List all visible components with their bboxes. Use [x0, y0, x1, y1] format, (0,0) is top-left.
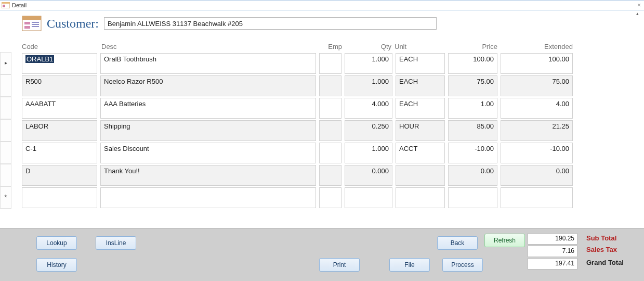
cell-ext[interactable]: 100.00 — [501, 53, 573, 74]
cell-emp[interactable] — [319, 143, 341, 163]
sales-tax-label: Sales Tax — [586, 246, 617, 253]
table-row: ORALB1 OralB Toothbrush 1.000 EACH 100.0… — [22, 53, 576, 74]
record-selector[interactable] — [0, 142, 11, 164]
cell-code[interactable]: LABOR — [22, 120, 97, 141]
line-items-grid: ORALB1 OralB Toothbrush 1.000 EACH 100.0… — [22, 53, 576, 210]
header-unit: Unit — [395, 41, 450, 55]
cell-unit[interactable]: EACH — [396, 98, 445, 119]
cell-qty[interactable]: 4.000 — [345, 98, 392, 119]
cell-emp[interactable] — [319, 75, 341, 96]
cell-price[interactable]: -10.00 — [448, 143, 497, 163]
sub-total-value[interactable]: 190.25 — [528, 233, 577, 245]
grand-total-label: Grand Total — [586, 259, 624, 266]
header-ext: Extended — [501, 41, 576, 55]
cell-qty[interactable]: 0.250 — [345, 120, 392, 141]
record-selector-new[interactable] — [0, 186, 11, 209]
cell-unit[interactable]: EACH — [396, 53, 445, 74]
window-title: Detail — [12, 2, 27, 8]
cell-desc[interactable]: AAA Batteries — [100, 98, 316, 119]
cell-code[interactable]: D — [22, 165, 97, 186]
table-row: AAABATT AAA Batteries 4.000 EACH 1.00 4.… — [22, 98, 576, 119]
print-button[interactable]: Print — [319, 258, 360, 272]
cell-code[interactable] — [22, 187, 97, 208]
cell-price[interactable] — [448, 187, 497, 208]
cell-price[interactable]: 75.00 — [448, 75, 497, 96]
cell-desc[interactable]: Shipping — [100, 120, 316, 141]
lookup-button[interactable]: Lookup — [36, 236, 77, 250]
header-emp: Emp — [319, 41, 345, 55]
record-selector[interactable] — [0, 97, 11, 119]
cell-ext[interactable]: 21.25 — [501, 120, 573, 141]
cell-qty[interactable] — [345, 187, 392, 208]
record-selector[interactable] — [0, 119, 11, 142]
svg-rect-2 — [3, 5, 5, 6]
cell-unit[interactable]: EACH — [396, 75, 445, 96]
cell-code[interactable]: R500 — [22, 75, 97, 96]
form-icon — [2, 2, 10, 9]
svg-rect-5 — [22, 16, 41, 20]
cell-ext[interactable] — [501, 187, 573, 208]
cell-qty[interactable]: 1.000 — [345, 143, 392, 163]
cell-ext[interactable]: 75.00 — [501, 75, 573, 96]
svg-rect-6 — [24, 22, 30, 24]
cell-emp[interactable] — [319, 165, 341, 186]
cell-ext[interactable]: -10.00 — [501, 143, 573, 163]
customer-input[interactable] — [104, 17, 437, 30]
table-row-new — [22, 187, 576, 208]
process-button[interactable]: Process — [442, 258, 483, 272]
cell-desc[interactable]: Sales Discount — [100, 143, 316, 163]
cell-code[interactable]: C-1 — [22, 143, 97, 163]
cell-emp[interactable] — [319, 98, 341, 119]
cell-desc[interactable] — [100, 187, 316, 208]
cell-unit[interactable] — [396, 165, 445, 186]
cell-qty[interactable]: 1.000 — [345, 75, 392, 96]
grand-total-value[interactable]: 197.41 — [528, 258, 577, 270]
header-code: Code — [22, 41, 101, 55]
svg-rect-10 — [32, 26, 39, 27]
cell-code[interactable]: ORALB1 — [22, 53, 97, 74]
cell-qty[interactable]: 0.000 — [345, 165, 392, 186]
grid-headers: Code Desc Emp Qty Unit Price Extended — [22, 41, 576, 55]
svg-rect-3 — [3, 6, 5, 7]
vertical-scrollbar[interactable]: ▴ — [634, 10, 642, 227]
cell-price[interactable]: 1.00 — [448, 98, 497, 119]
file-button[interactable]: File — [389, 258, 430, 272]
cell-desc[interactable]: Noelco Razor R500 — [100, 75, 316, 96]
cell-price[interactable]: 85.00 — [448, 120, 497, 141]
cell-code[interactable]: AAABATT — [22, 98, 97, 119]
cell-price[interactable]: 100.00 — [448, 53, 497, 74]
cell-ext[interactable]: 4.00 — [501, 98, 573, 119]
header-price: Price — [450, 41, 501, 55]
header-qty: Qty — [345, 41, 395, 55]
cell-emp[interactable] — [319, 187, 341, 208]
history-button[interactable]: History — [36, 258, 77, 272]
cell-unit[interactable]: HOUR — [396, 120, 445, 141]
record-selector[interactable] — [0, 164, 11, 186]
cell-unit[interactable]: ACCT — [396, 143, 445, 163]
sub-total-label: Sub Total — [586, 234, 616, 242]
cell-emp[interactable] — [319, 53, 341, 74]
record-selector-gutter — [0, 52, 11, 209]
cell-desc[interactable]: Thank You!! — [100, 165, 316, 186]
form-body: ▴ Customer: Code Desc Emp Qty Unit Price… — [0, 10, 644, 227]
cell-price[interactable]: 0.00 — [448, 165, 497, 186]
cell-unit[interactable] — [396, 187, 445, 208]
insline-button[interactable]: InsLine — [96, 236, 136, 250]
sales-tax-value[interactable]: 7.16 — [528, 246, 577, 257]
window-titlebar: Detail × — [0, 0, 644, 10]
cell-ext[interactable]: 0.00 — [501, 165, 573, 186]
close-icon[interactable]: × — [637, 2, 641, 9]
cell-qty[interactable]: 1.000 — [345, 53, 392, 74]
customer-label: Customer: — [47, 17, 99, 31]
refresh-button[interactable]: Refresh — [484, 234, 525, 247]
scroll-up-icon[interactable]: ▴ — [636, 11, 639, 16]
svg-rect-9 — [32, 24, 39, 25]
svg-rect-1 — [2, 2, 10, 4]
back-button[interactable]: Back — [437, 236, 478, 250]
cell-emp[interactable] — [319, 120, 341, 141]
header-desc: Desc — [101, 41, 319, 55]
cell-desc[interactable]: OralB Toothbrush — [100, 53, 316, 74]
record-selector[interactable] — [0, 74, 11, 97]
form-footer: Lookup InsLine History Print File Back R… — [0, 228, 644, 281]
record-selector-current[interactable] — [0, 52, 11, 74]
